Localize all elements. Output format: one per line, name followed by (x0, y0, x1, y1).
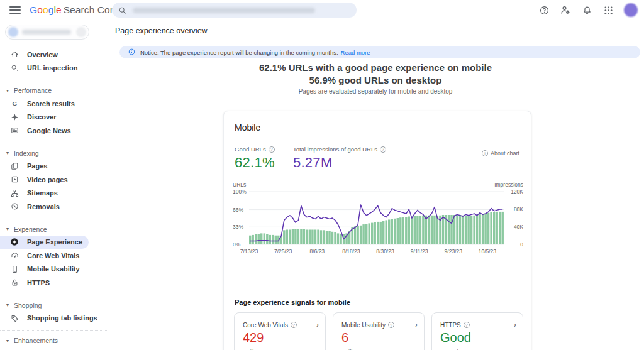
svg-text:G: G (12, 100, 17, 107)
account-settings-icon[interactable] (560, 4, 571, 16)
avatar[interactable] (624, 3, 638, 17)
impressions-value: 5.27M (293, 155, 386, 171)
headline-subtext: Pages are evaluated separately for mobil… (107, 88, 644, 95)
section-header-indexing[interactable]: ▾ Indexing (0, 147, 107, 160)
sidebar-item-label: Mobile Usability (27, 265, 80, 273)
metric-label: Total impressions of good URLs (293, 146, 377, 153)
sidebar-item-video-pages[interactable]: Video pages (0, 173, 107, 187)
read-more-link[interactable]: Read more (341, 49, 370, 56)
sidebar-item-label: Core Web Vitals (27, 252, 79, 260)
about-chart-button[interactable]: i About chart (482, 150, 519, 156)
sidebar-item-removals[interactable]: Removals (0, 200, 107, 214)
svg-text:8/6/23: 8/6/23 (309, 248, 325, 254)
signal-cards-row: Core Web Vitals ? › 429 Failing URLs Mob… (234, 312, 523, 350)
sidebar-section-performance: ▾ Performance G Search results Discover … (0, 80, 107, 138)
about-chart-label: About chart (491, 150, 519, 156)
search-icon (10, 63, 19, 72)
sidebar-item-label: Google News (27, 127, 71, 134)
page-experience-icon (10, 238, 19, 246)
help-icon[interactable]: ? (380, 146, 386, 153)
app-header: GoogleSearch Console (0, 0, 644, 20)
sidebar-item-label: HTTPS (27, 279, 50, 287)
chevron-right-icon: › (316, 320, 319, 329)
sidebar-item-shopping-tab-listings[interactable]: Shopping tab listings (0, 312, 107, 325)
svg-text:80K: 80K (514, 206, 523, 212)
notice-text: Notice: The page experience report will … (140, 49, 338, 56)
help-icon[interactable] (538, 4, 550, 16)
sidebar-item-label: Sitemaps (27, 189, 58, 197)
svg-text:120K: 120K (511, 189, 523, 195)
signal-value: 6 (341, 331, 348, 345)
https-card[interactable]: HTTPS ? › Good Your site uses HTTPS. (431, 312, 523, 350)
svg-text:0: 0 (520, 241, 523, 248)
collapse-icon: ▾ (6, 338, 9, 344)
removals-icon (10, 202, 19, 211)
sidebar-item-label: Video pages (27, 176, 68, 183)
sidebar-item-search-results[interactable]: G Search results (0, 97, 107, 111)
sidebar-item-page-experience[interactable]: Page Experience (0, 236, 89, 249)
sidebar-item-label: Search results (27, 100, 75, 107)
property-name-redacted (22, 30, 71, 35)
section-header-enhancements[interactable]: ▾ Enhancements (0, 334, 107, 347)
sidebar-section-indexing: ▾ Indexing Pages Video pages Sitemaps Re… (0, 143, 107, 214)
sidebar-item-discover[interactable]: Discover (0, 111, 107, 124)
core-web-vitals-card[interactable]: Core Web Vitals ? › 429 Failing URLs (234, 312, 326, 350)
news-icon (10, 126, 19, 135)
sidebar-item-label: Page Experience (27, 238, 82, 246)
video-page-icon (10, 175, 19, 184)
svg-text:40K: 40K (514, 224, 523, 230)
gauge-icon (10, 251, 19, 260)
sidebar-item-overview[interactable]: Overview (0, 48, 107, 62)
collapse-icon: ▾ (6, 226, 9, 232)
sidebar-item-sitemaps[interactable]: Sitemaps (0, 187, 107, 200)
svg-text:7/13/23: 7/13/23 (240, 248, 258, 254)
mobile-card-title: Mobile (235, 123, 260, 133)
svg-text:9/11/23: 9/11/23 (411, 248, 428, 254)
help-icon[interactable]: ? (464, 322, 470, 328)
divider (115, 41, 644, 41)
page-title: Page experience overview (115, 26, 208, 35)
experience-chart[interactable]: URLs100%66%33%0%Impressions120K80K40K07/… (233, 182, 523, 262)
property-dropdown-icon (76, 27, 86, 37)
help-icon[interactable]: ? (269, 146, 275, 153)
svg-text:0%: 0% (233, 241, 241, 248)
section-header-performance[interactable]: ▾ Performance (0, 84, 107, 97)
sidebar-item-core-web-vitals[interactable]: Core Web Vitals (0, 249, 107, 263)
search-query-redacted (133, 8, 315, 13)
menu-icon[interactable] (9, 6, 21, 14)
metrics-row: Good URLs ? 62.1% Total impressions of g… (235, 146, 395, 171)
section-label: Indexing (14, 150, 39, 157)
help-icon[interactable]: ? (291, 322, 297, 328)
mobile-usability-card[interactable]: Mobile Usability ? › 6 Failing URLs (333, 312, 425, 350)
sidebar-item-pages[interactable]: Pages (0, 160, 107, 173)
signal-value: Good (440, 331, 471, 345)
search-input[interactable] (112, 3, 357, 18)
sidebar-item-https[interactable]: HTTPS (0, 276, 107, 290)
section-header-shopping[interactable]: ▾ Shopping (0, 299, 107, 312)
section-header-experience[interactable]: ▾ Experience (0, 223, 107, 236)
sidebar-item-url-inspection[interactable]: URL inspection (0, 62, 107, 75)
pages-icon (10, 161, 19, 170)
svg-text:10/5/23: 10/5/23 (479, 248, 497, 254)
mobile-card: Mobile Good URLs ? 62.1% Total impressio… (223, 111, 531, 350)
chevron-right-icon: › (415, 320, 418, 329)
property-selector[interactable] (5, 25, 89, 40)
sidebar-item-label: Pages (27, 162, 47, 170)
notifications-icon[interactable] (581, 4, 592, 16)
google-g-icon: G (10, 99, 19, 108)
svg-text:8/18/23: 8/18/23 (342, 248, 360, 254)
sidebar-item-google-news[interactable]: Google News (0, 124, 107, 138)
sidebar-item-breadcrumbs[interactable]: Breadcrumbs (0, 347, 107, 350)
svg-text:8/30/23: 8/30/23 (376, 248, 394, 254)
svg-text:100%: 100% (233, 189, 247, 195)
chevron-right-icon: › (514, 320, 516, 329)
sidebar-item-mobile-usability[interactable]: Mobile Usability (0, 263, 107, 276)
section-label: Experience (14, 226, 47, 233)
notice-banner: Notice: The page experience report will … (119, 46, 640, 58)
help-icon[interactable]: ? (388, 322, 394, 328)
sidebar: Overview URL inspection ▾ Performance G … (0, 20, 107, 350)
apps-grid-icon[interactable] (602, 4, 614, 16)
good-urls-value: 62.1% (235, 155, 275, 171)
home-icon (10, 50, 19, 59)
section-label: Enhancements (14, 337, 58, 344)
